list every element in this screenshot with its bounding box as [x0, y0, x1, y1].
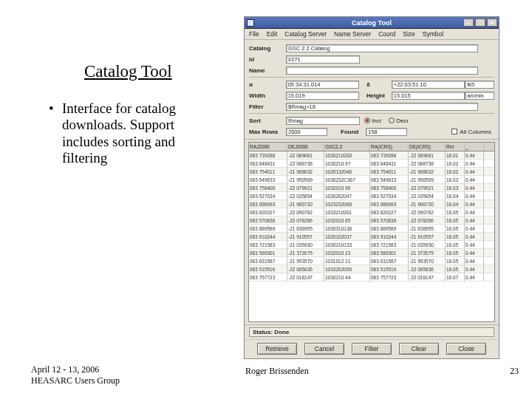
- table-row[interactable]: 083 086093-21 9007201023232068083 086093…: [249, 200, 494, 208]
- table-cell: 18.02: [446, 176, 465, 183]
- window-close-button[interactable]: ×: [487, 18, 497, 27]
- menu-symbol[interactable]: Symbol: [423, 30, 443, 38]
- table-row[interactable]: 083 910244-21 9105571020102037083 910244…: [249, 233, 494, 241]
- grid-header: RAJ2000 DEJ2000 GSC2.2 RA(ICRS) DE(ICRS)…: [249, 143, 494, 151]
- table-row[interactable]: 083 631587-21 9535701031012 11083 631587…: [249, 257, 494, 265]
- window-maximize-button[interactable]: □: [475, 18, 485, 27]
- maxrows-field[interactable]: 2000: [286, 128, 327, 136]
- name-field[interactable]: [286, 66, 478, 75]
- table-cell: 18.05: [446, 208, 465, 216]
- table-cell: -21 910557: [287, 233, 324, 240]
- window-app-icon: [247, 19, 254, 27]
- col-header[interactable]: _: [465, 143, 484, 151]
- footer-date: April 12 - 13, 2006: [31, 364, 120, 375]
- table-cell: -22 005836: [287, 265, 324, 273]
- retrieve-button[interactable]: Retrieve: [257, 343, 297, 355]
- catalog-field[interactable]: GSC 2.2 Catalog: [286, 44, 478, 52]
- table-row[interactable]: 083 754011-21 9080321020132040083 754011…: [249, 168, 494, 176]
- table-cell: -21 372675: [287, 249, 324, 256]
- menu-coord[interactable]: Coord: [378, 30, 395, 38]
- menu-file[interactable]: File: [249, 30, 259, 38]
- table-cell: 1030210200: [324, 151, 370, 159]
- table-cell: 0.44: [465, 273, 484, 281]
- table-row[interactable]: 083 848431-22 0887381030210 97083 848431…: [249, 160, 494, 168]
- decr-radio[interactable]: [389, 117, 395, 123]
- col-header[interactable]: GSC2.2: [324, 143, 370, 151]
- table-cell: 0.44: [465, 200, 484, 208]
- maxrows-label: Max Rows: [249, 129, 286, 135]
- col-header[interactable]: RAJ2000: [249, 143, 287, 151]
- table-cell: 083 721583: [370, 241, 409, 248]
- table-cell: -22 035854: [409, 192, 446, 200]
- id-field[interactable]: I/271: [286, 55, 360, 64]
- table-cell: 083 589301: [370, 249, 409, 256]
- table-cell: 083 757723: [249, 273, 287, 281]
- table-row[interactable]: 083 515516-22 0058361033202050083 515516…: [249, 265, 494, 273]
- sort-field[interactable]: Rmag: [286, 117, 360, 125]
- col-header[interactable]: RA(ICRS): [370, 143, 409, 151]
- table-cell: 1032010 85: [324, 216, 370, 224]
- table-cell: 1030210 97: [324, 160, 370, 167]
- frame-field[interactable]: fk5: [465, 81, 494, 89]
- table-cell: 0.44: [465, 249, 484, 256]
- cancel-button[interactable]: Cancel: [304, 343, 344, 355]
- incr-radio[interactable]: [364, 117, 370, 123]
- table-row[interactable]: 083 820227-22 0907821033210201083 820227…: [249, 208, 494, 216]
- table-cell: 1031012 11: [324, 257, 370, 265]
- window-title: Catalog Tool: [352, 19, 392, 27]
- table-row[interactable]: 083 758400-22 0799211032010 90083 758400…: [249, 184, 494, 192]
- height-field[interactable]: 15.015: [392, 92, 465, 100]
- table-cell: 1030282047: [324, 192, 370, 200]
- col-header[interactable]: DEJ2000: [287, 143, 324, 151]
- table-cell: 083 820227: [370, 208, 409, 216]
- table-cell: 083 758400: [249, 184, 287, 191]
- allcols-checkbox[interactable]: [451, 129, 457, 134]
- unit-field[interactable]: arcmin: [465, 92, 494, 100]
- table-row[interactable]: 083 721583-21 0359301030210133083 721583…: [249, 241, 494, 249]
- filter-button[interactable]: Filter: [352, 343, 392, 355]
- table-cell: 083 631587: [370, 257, 409, 265]
- alpha-field[interactable]: 05 34:31.014: [286, 81, 359, 89]
- close-button[interactable]: Close: [446, 343, 486, 355]
- menu-catalog-server[interactable]: Catalog Server: [284, 30, 327, 38]
- table-cell: 18.05: [446, 233, 465, 240]
- table-cell: 083 820227: [249, 208, 287, 216]
- window-minimize-button[interactable]: –: [463, 18, 474, 27]
- table-cell: 083 910244: [249, 233, 287, 240]
- table-cell: 0.44: [465, 151, 484, 159]
- table-cell: -22 079921: [409, 184, 446, 191]
- table-row[interactable]: 083 589301-21 3726751032010 23083 589301…: [249, 249, 494, 257]
- table-cell: 083 848431: [370, 160, 409, 167]
- table-row[interactable]: 083 549633-21 9505091030232C367083 54963…: [249, 176, 494, 184]
- table-cell: -22 089681: [287, 151, 324, 159]
- table-row[interactable]: 083 570838-22 0782861032010 85083 570838…: [249, 216, 494, 225]
- table-cell: 083 754011: [370, 168, 409, 175]
- table-cell: 18.01: [446, 151, 465, 159]
- delta-field[interactable]: +22:03:51.10: [392, 81, 465, 89]
- table-cell: 18.05: [446, 249, 465, 256]
- bullet-block: •Interface for catalog downloads. Suppor…: [49, 100, 219, 167]
- table-cell: 083 739288: [370, 151, 409, 159]
- width-field[interactable]: 15.019: [286, 92, 359, 100]
- filter-field[interactable]: $Rmag>18: [286, 103, 478, 111]
- found-field: 158: [366, 128, 407, 136]
- table-cell: 083 549633: [249, 176, 287, 183]
- table-row[interactable]: 083 527034-22 0358541030282047083 527034…: [249, 192, 494, 200]
- grid-body[interactable]: 083 739288-22 0896811030210200083 739288…: [249, 151, 494, 321]
- table-cell: -21 953570: [409, 257, 446, 265]
- table-row[interactable]: 083 757723-22 0181471030210 44083 757723…: [249, 273, 494, 282]
- clear-button[interactable]: Clear: [399, 343, 439, 355]
- table-row[interactable]: 083 739288-22 0896811030210200083 739288…: [249, 151, 494, 160]
- menu-edit[interactable]: Edit: [267, 30, 278, 38]
- table-cell: 18.05: [446, 241, 465, 248]
- col-header[interactable]: Rm: [446, 143, 465, 151]
- allcols-label: All Columns: [460, 129, 491, 135]
- table-cell: 083 589301: [249, 249, 287, 256]
- menu-name-server[interactable]: Name Server: [334, 30, 371, 38]
- col-header[interactable]: DE(ICRS): [409, 143, 446, 151]
- table-row[interactable]: 083 889589-21 8389551030310138083 889589…: [249, 225, 494, 233]
- menu-size[interactable]: Size: [403, 30, 415, 38]
- table-cell: 0.44: [465, 192, 484, 200]
- table-cell: 0.44: [465, 257, 484, 265]
- filter-label: Filter: [249, 103, 286, 110]
